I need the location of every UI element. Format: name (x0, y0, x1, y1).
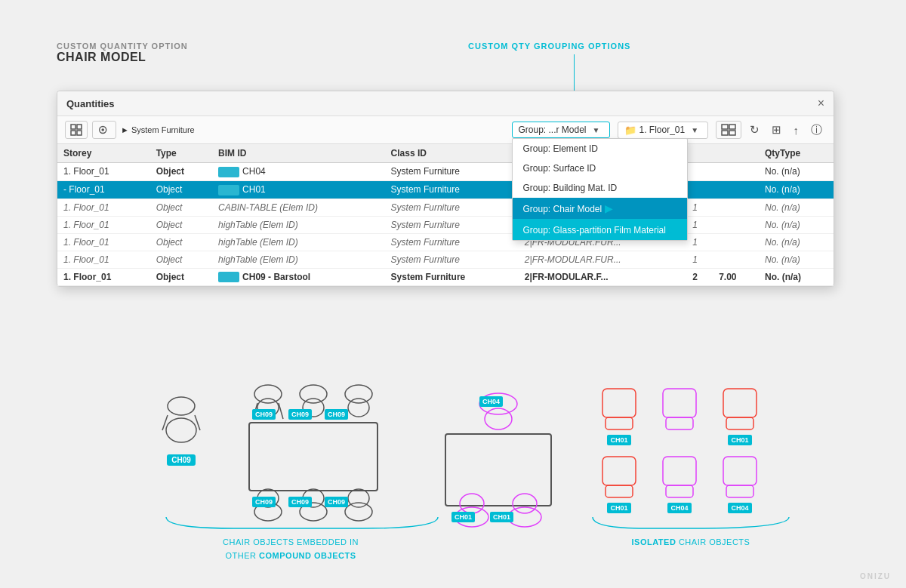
isolated-ch09-group: CH09 (155, 393, 208, 466)
cell-bim-id: CH01 (212, 180, 384, 199)
table-layout-button[interactable] (716, 121, 741, 139)
cell-val1: 1 (686, 251, 713, 268)
table-row[interactable]: 1. Floor_01 Object CABIN-TABLE (Elem ID)… (57, 199, 834, 216)
split-button[interactable]: ⊞ (768, 122, 785, 138)
svg-point-30 (485, 408, 512, 429)
info-button[interactable]: ⓘ (807, 122, 826, 139)
table-row[interactable]: 1. Floor_01 Object CH04 System Furniture… (57, 163, 834, 181)
layout-icon-button[interactable] (65, 121, 88, 139)
group-dropdown[interactable]: Group: ...r Model ▼ (512, 122, 610, 138)
ch09-label-t3: CH09 (325, 409, 348, 420)
ch01-label-b1: CH01 (451, 512, 475, 522)
table-row[interactable]: 1. Floor_01 Object highTable (Elem ID) S… (57, 216, 834, 233)
custom-quantity-option-label: CUSTOM QUANTITY OPTION (57, 42, 188, 51)
settings-icon-button[interactable] (92, 121, 116, 139)
refresh-button[interactable]: ↻ (746, 122, 763, 138)
svg-rect-45 (666, 485, 693, 497)
ch01-iso-label-1: CH01 (607, 435, 630, 445)
ch04-iso-label-1: CH04 (667, 503, 691, 513)
ch04-iso-label-2: CH04 (728, 503, 751, 513)
floor-icon: 📁 (624, 125, 636, 136)
cell-qty-type: No. (n/a) (759, 199, 834, 216)
svg-point-33 (460, 494, 484, 513)
table-header-row: Storey Type BIM ID Class ID Lay... QtyTy… (57, 144, 834, 163)
col-bim-id: BIM ID (212, 144, 384, 163)
svg-rect-3 (77, 131, 82, 135)
cell-class-id: System Furniture (385, 199, 519, 216)
group-element-id-option[interactable]: Group: Element ID (513, 139, 688, 159)
cell-type: Object (150, 163, 212, 181)
cell-bim-id: CH09 - Barstool (212, 268, 384, 286)
color-swatch (218, 272, 239, 282)
cell-qty-type: No. (n/a) (759, 251, 834, 268)
cell-bim-id: highTable (Elem ID) (212, 251, 384, 268)
custom-qty-grouping-label: CUSTOM QTY GROUPING OPTIONS (468, 42, 630, 51)
col-type: Type (150, 144, 212, 163)
svg-rect-36 (602, 389, 636, 417)
export-button[interactable]: ↑ (790, 122, 803, 138)
cell-type: Object (150, 233, 212, 251)
isolated-ch04-3-svg (717, 453, 763, 502)
isolated-ch01-3-svg (596, 453, 642, 502)
col-qty-type: QtyType (759, 144, 834, 163)
cell-val2 (713, 216, 759, 233)
cell-storey: - Floor_01 (57, 180, 150, 199)
floor-dropdown[interactable]: 📁 1. Floor_01 ▼ (618, 122, 708, 139)
cell-class-id: System Furniture (385, 233, 519, 251)
svg-point-18 (300, 385, 327, 403)
table-row[interactable]: 1. Floor_01 Object CH09 - Barstool Syste… (57, 268, 834, 286)
svg-point-21 (348, 399, 369, 417)
compound-table2-group: CH04 CH01 CH01 (430, 393, 566, 531)
cell-qty-type: No. (n/a) (759, 163, 834, 181)
cell-bim-id: CABIN-TABLE (Elem ID) (212, 199, 384, 216)
ch04-label-top: CH04 (479, 396, 503, 407)
compound-objects-label: CHAIR OBJECTS EMBEDDED INOTHER COMPOUND … (132, 534, 449, 562)
cell-val1 (686, 180, 713, 199)
ch09-label-t2: CH09 (288, 409, 312, 420)
isolated-ch01-2-svg (717, 385, 763, 434)
svg-rect-47 (726, 485, 753, 497)
svg-point-14 (254, 385, 282, 403)
ch09-label-t1: CH09 (252, 409, 276, 420)
isolated-chairs-section: CH01 CH01 (596, 385, 763, 445)
cell-class-id: System Furniture (385, 251, 519, 268)
group-chair-model-option[interactable]: Group: Chair Model ▶ (513, 198, 688, 219)
group-dropdown-container: Group: ...r Model ▼ Group: Element ID Gr… (512, 122, 610, 138)
cell-bim-id: CH04 (212, 163, 384, 181)
cell-class-id: System Furniture (385, 180, 519, 199)
isolated-ch04-1 (657, 385, 702, 434)
chair-ch09-svg (155, 393, 208, 453)
cell-storey: 1. Floor_01 (57, 268, 150, 286)
window-titlebar: Quantities × (57, 91, 834, 116)
col-storey: Storey (57, 144, 150, 163)
table-row[interactable]: 1. Floor_01 Object highTable (Elem ID) S… (57, 251, 834, 268)
window-close-button[interactable]: × (818, 97, 824, 109)
svg-rect-22 (249, 423, 378, 491)
ch09-label-single: CH09 (167, 454, 196, 466)
cell-qty-type: No. (n/a) (759, 216, 834, 233)
isolated-ch01-3: CH01 (596, 453, 642, 513)
svg-rect-42 (602, 457, 636, 485)
table-row[interactable]: 1. Floor_01 Object highTable (Elem ID) S… (57, 233, 834, 251)
group-surface-id-option[interactable]: Group: Surface ID (513, 159, 688, 178)
chair-model-label: CHAIR MODEL (57, 51, 188, 64)
watermark: ONIZU (860, 572, 891, 580)
color-swatch (218, 185, 239, 195)
quantities-window: Quantities × ► System Furniture Group: .… (57, 91, 834, 287)
svg-rect-37 (606, 417, 633, 429)
svg-rect-43 (606, 485, 633, 497)
group-glass-partition-option[interactable]: Group: Glass-partition Film Material ▶ (513, 219, 688, 240)
svg-point-13 (166, 418, 196, 442)
cell-val2 (713, 199, 759, 216)
svg-rect-8 (722, 131, 728, 135)
cell-val2 (713, 163, 759, 181)
svg-rect-38 (663, 389, 696, 417)
svg-rect-44 (663, 457, 696, 485)
system-furniture-label: ► System Furniture (121, 125, 195, 134)
svg-rect-40 (723, 389, 757, 417)
table-row[interactable]: - Floor_01 Object CH01 System Furniture … (57, 180, 834, 199)
cell-storey: 1. Floor_01 (57, 216, 150, 233)
cell-layer: 2|FR-MODULAR.FUR... (519, 251, 686, 268)
group-building-mat-id-option[interactable]: Group: Building Mat. ID (513, 178, 688, 198)
cell-type: Object (150, 199, 212, 216)
